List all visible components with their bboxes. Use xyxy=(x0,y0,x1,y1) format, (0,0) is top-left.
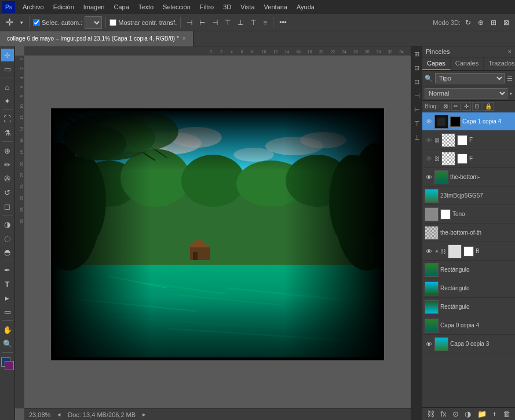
add-style-btn[interactable]: fx xyxy=(440,410,446,418)
mode-3d-extra-btn[interactable]: ⊠ xyxy=(501,17,512,28)
distribute-btn[interactable]: ≡ xyxy=(261,17,269,28)
align-center-btn[interactable]: ⊢ xyxy=(197,17,207,28)
blur-tool[interactable]: ◌ xyxy=(1,232,14,244)
filter-options-icon[interactable]: ☰ xyxy=(507,75,513,82)
right-icon-7[interactable]: ⊥ xyxy=(412,132,422,143)
gradient-tool[interactable]: ◑ xyxy=(1,218,14,231)
layer-visibility-eye[interactable]: 👁 xyxy=(425,136,433,144)
mode-3d-rotate-btn[interactable]: ↻ xyxy=(463,17,473,28)
tab-trazados[interactable]: Trazados xyxy=(484,57,515,70)
layer-item[interactable]: Rectángulo xyxy=(422,279,515,298)
history-brush-tool[interactable]: ↺ xyxy=(1,186,14,199)
move-tool[interactable]: ✛ xyxy=(1,49,14,61)
link-layers-btn[interactable]: ⛓ xyxy=(427,410,434,418)
filter-type-select[interactable]: Tipo xyxy=(435,73,505,83)
menu-vista[interactable]: Vista xyxy=(236,2,258,12)
right-icon-2[interactable]: ⊟ xyxy=(412,63,422,73)
lock-all-btn[interactable]: 🔒 xyxy=(483,102,494,111)
magic-wand-tool[interactable]: ✦ xyxy=(1,94,14,107)
layer-item[interactable]: 👁 Capa 1 copia 4 xyxy=(422,112,515,131)
path-selection-tool[interactable]: ▸ xyxy=(1,291,14,304)
layer-item[interactable]: 👁 the-bottom- xyxy=(422,168,515,187)
move-tool-btn[interactable]: ✛ xyxy=(3,16,16,29)
menu-seleccion[interactable]: Selección xyxy=(159,2,195,12)
arrow-right-icon[interactable]: ▸ xyxy=(143,411,146,418)
shape-tool[interactable]: ▭ xyxy=(1,305,14,318)
layer-item[interactable]: 👁 ⛓ F xyxy=(422,149,515,168)
layer-visibility-eye[interactable]: 👁 xyxy=(425,155,433,163)
add-mask-btn[interactable]: ⊙ xyxy=(452,410,459,418)
layer-item[interactable]: Rectángulo xyxy=(422,261,515,279)
align-left-btn[interactable]: ⊣ xyxy=(184,17,195,28)
menu-archivo[interactable]: Archivo xyxy=(19,2,48,12)
align-middle-btn[interactable]: ⊥ xyxy=(235,17,246,28)
blend-mode-select[interactable]: Normal xyxy=(425,88,507,98)
mode-3d-pan-btn[interactable]: ⊕ xyxy=(476,17,486,28)
align-bottom-btn[interactable]: ⊤ xyxy=(248,17,258,28)
layer-item[interactable]: 👁 Capa 0 copia 3 xyxy=(422,335,515,353)
menu-ventana[interactable]: Ventana xyxy=(260,2,291,12)
layer-item[interactable]: 23tmBcjp5GG57 xyxy=(422,187,515,205)
layer-item[interactable]: 👁 ⛓ F xyxy=(422,131,515,149)
layer-visibility-eye[interactable]: 👁 xyxy=(425,340,433,348)
mode-3d-zoom-btn[interactable]: ⊞ xyxy=(488,17,499,28)
lock-artboard-btn[interactable]: ⊡ xyxy=(472,102,481,111)
right-icon-6[interactable]: ⊤ xyxy=(412,118,422,129)
show-transform-input[interactable] xyxy=(109,19,116,26)
layer-visibility-eye[interactable]: 👁 xyxy=(425,118,433,126)
foreground-color-swatch[interactable] xyxy=(1,357,14,370)
align-right-btn[interactable]: ⊣ xyxy=(210,17,220,28)
menu-imagen[interactable]: Imagen xyxy=(79,2,109,12)
menu-3d[interactable]: 3D xyxy=(219,2,235,12)
lock-transparent-btn[interactable]: ⊠ xyxy=(441,102,450,111)
tab-capas[interactable]: Capas xyxy=(422,57,451,70)
menu-texto[interactable]: Texto xyxy=(134,2,158,12)
pen-tool[interactable]: ✒ xyxy=(1,264,14,276)
menu-capa[interactable]: Capa xyxy=(109,2,133,12)
zoom-tool[interactable]: 🔍 xyxy=(1,337,14,350)
brush-tool[interactable]: ✏ xyxy=(1,158,14,171)
active-tab[interactable]: collage 6 de mayo – Imgur.psd al 23,1% (… xyxy=(0,31,193,46)
healing-tool[interactable]: ⊕ xyxy=(1,144,14,157)
dodge-tool[interactable]: ◓ xyxy=(1,246,14,258)
align-top-btn[interactable]: ⊤ xyxy=(222,17,233,28)
text-tool[interactable]: T xyxy=(1,277,14,290)
new-group-btn[interactable]: 📁 xyxy=(477,410,487,418)
selec-autom-checkbox[interactable]: Selec. autom.: xyxy=(33,19,82,26)
pinceles-close-icon[interactable]: × xyxy=(508,48,512,55)
layer-item[interactable]: the-bottom-of-th xyxy=(422,224,515,242)
eyedropper-tool[interactable]: ⚗ xyxy=(1,126,14,139)
layer-item[interactable]: Tono xyxy=(422,205,515,224)
arrow-left-icon[interactable]: ◂ xyxy=(57,411,61,418)
right-icon-4[interactable]: ⊣ xyxy=(412,90,422,101)
hand-tool[interactable]: ✋ xyxy=(1,323,14,336)
new-layer-btn[interactable]: + xyxy=(492,410,497,418)
layer-visibility-eye[interactable]: 👁 xyxy=(425,247,433,255)
lock-transform-btn[interactable]: ✛ xyxy=(462,102,471,111)
crop-tool[interactable]: ⛶ xyxy=(1,112,14,125)
eraser-tool[interactable]: ◻ xyxy=(1,200,14,213)
lasso-tool[interactable]: ⌂ xyxy=(1,81,14,93)
tab-canales[interactable]: Canales xyxy=(451,57,484,70)
arrow-dropdown-btn[interactable]: ▾ xyxy=(18,19,25,27)
new-fill-btn[interactable]: ◑ xyxy=(465,410,471,418)
right-icon-1[interactable]: ⊞ xyxy=(412,49,422,59)
more-options-btn[interactable]: ••• xyxy=(277,17,289,28)
tab-close-btn[interactable]: × xyxy=(182,35,186,42)
menu-ayuda[interactable]: Ayuda xyxy=(293,2,319,12)
layer-visibility-eye[interactable]: 👁 xyxy=(425,173,433,181)
delete-layer-btn[interactable]: 🗑 xyxy=(503,410,510,418)
layer-item[interactable]: 👁 ☀ ⛓ B xyxy=(422,242,515,261)
layer-select-dropdown[interactable]: Capa xyxy=(85,16,102,29)
selec-autom-input[interactable] xyxy=(33,19,40,26)
right-icon-5[interactable]: ⊢ xyxy=(412,104,422,115)
canvas-image-container[interactable] xyxy=(51,108,384,360)
menu-edicion[interactable]: Edición xyxy=(49,2,78,12)
lock-paint-btn[interactable]: ✏ xyxy=(451,102,461,111)
show-transform-checkbox[interactable]: Mostrar contr. transf. xyxy=(109,19,177,26)
menu-filtro[interactable]: Filtro xyxy=(196,2,218,12)
clone-stamp-tool[interactable]: ✇ xyxy=(1,172,14,185)
marquee-tool[interactable]: ▭ xyxy=(1,63,14,75)
right-icon-3[interactable]: ⊡ xyxy=(412,76,422,87)
layer-item[interactable]: Capa 0 copia 4 xyxy=(422,316,515,335)
